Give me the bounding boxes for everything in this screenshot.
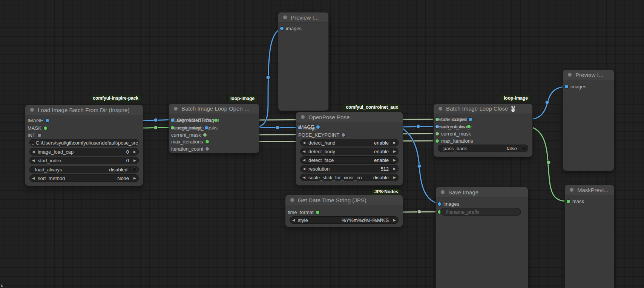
toggle-knob-icon[interactable] [521,146,526,151]
link-result-masks-to-mask-preview[interactable] [529,126,568,201]
link-openpose-image-to-loop-close[interactable] [399,125,437,128]
node-title-bar[interactable]: Batch Image Loop Close 🐰 [434,104,532,114]
node-get-date-time-string[interactable]: JPS-Nodes Get Date Time String (JPS) tim… [285,195,403,227]
next-option-arrow-icon[interactable]: ▶ [391,149,398,153]
node-preview-image-top[interactable]: Preview I... images [278,12,328,111]
widget-detect-hand[interactable]: ◀ detect_hand enable ▶ [300,139,399,146]
node-title-bar[interactable]: OpenPose Pose [296,112,403,122]
port-dot-int[interactable] [38,134,41,137]
widget-style[interactable]: ◀ style %Y%m%d%H%M%S ▶ [290,216,399,224]
widget-start-index[interactable]: ◀ start_index 0 ▶ [29,157,139,164]
port-dot[interactable] [205,147,209,151]
port-dot[interactable] [435,132,439,136]
port-dot[interactable] [469,118,472,121]
node-title-bar[interactable]: Load Image Batch From Dir (Inspire) [25,105,143,115]
node-load-image-batch-from-dir[interactable]: comfyui-inspire-pack Load Image Batch Fr… [25,105,143,186]
next-option-arrow-icon[interactable]: ▶ [391,141,398,145]
next-option-arrow-icon[interactable]: ▶ [391,158,398,162]
port-dot[interactable] [205,126,208,129]
node-openpose-pose[interactable]: comfyui_controlnet_aux OpenPose Pose ima… [296,112,403,185]
port-dot[interactable] [435,139,439,143]
link-reroute-dot[interactable] [416,125,420,128]
port-dot[interactable] [203,133,207,137]
link-reroute-dot[interactable] [154,118,158,122]
node-title-bar[interactable]: Save Image [436,187,528,197]
next-option-arrow-icon[interactable]: ▶ [391,176,398,179]
decrement-arrow-icon[interactable]: ◀ [30,176,37,180]
collapse-dot-icon[interactable] [441,190,445,194]
port-dot-mask[interactable] [44,126,47,130]
widget-sort-method[interactable]: ◀ sort_method None ▶ [29,174,139,182]
node-title-bar[interactable]: MaskPrevi... [565,185,614,195]
decrement-arrow-icon[interactable]: ◀ [30,159,37,162]
collapse-dot-icon[interactable] [570,188,573,192]
widget-image-load-cap[interactable]: ◀ image_load_cap 0 ▶ [29,148,139,156]
widget-load-always[interactable]: load_always disabled [29,166,139,173]
link-reroute-dot[interactable] [547,160,550,164]
prev-option-arrow-icon[interactable]: ◀ [301,158,308,162]
decrement-arrow-icon[interactable]: ◀ [30,150,37,154]
link-reroute-dot[interactable] [545,100,549,104]
port-dot[interactable] [467,125,471,128]
next-option-arrow-icon[interactable]: ▶ [391,218,398,222]
widget-value: 512 [380,166,389,172]
port-dot[interactable] [565,85,568,88]
port-dot[interactable] [316,211,319,214]
collapse-dot-icon[interactable] [301,115,305,119]
prev-option-arrow-icon[interactable]: ◀ [301,141,308,145]
increment-arrow-icon[interactable]: ▶ [131,150,138,154]
link-reroute-dot[interactable] [154,126,158,129]
prev-option-arrow-icon[interactable]: ◀ [290,218,297,222]
widget-filename-prefix[interactable]: filename_prefix [440,208,521,216]
port-label: images [570,84,586,89]
link-reroute-dot[interactable] [417,210,421,214]
link-result-images-to-preview[interactable] [529,86,566,119]
output-port-pose-keypoint: POSE_KEYPOINT [296,131,403,138]
port-dot[interactable] [214,119,218,122]
port-dot[interactable] [316,125,320,129]
node-batch-image-loop-open[interactable]: loop-image Batch Image Loop Open 🐰 ... s… [169,104,259,153]
widget-resolution[interactable]: ◀ resolution 512 ▶ [300,165,399,172]
decrement-arrow-icon[interactable]: ◀ [301,167,308,171]
link-reroute-dot[interactable] [266,75,270,79]
node-mask-preview[interactable]: MaskPrevi... mask [565,185,614,288]
port-dot[interactable] [280,27,284,30]
collapse-dot-icon[interactable] [174,107,178,111]
link-reroute-dot[interactable] [417,164,421,168]
widget-scale-stick-for-xinsr-cn[interactable]: ◀ scale_stick_for_xinsr_cn disable ▶ [300,174,399,181]
link-mask-to-segmented-masks[interactable] [140,126,172,129]
port-dot[interactable] [342,133,345,137]
link-time-format-to-filename[interactable] [399,210,439,214]
widget-name: pass_back [443,146,507,151]
node-graph-canvas[interactable]: comfyui-inspire-pack Load Image Batch Fr… [0,0,644,288]
prev-option-arrow-icon[interactable]: ◀ [301,176,308,179]
node-title-bar[interactable]: Batch Image Loop Open 🐰 ... [169,104,259,114]
increment-arrow-icon[interactable]: ▶ [131,176,138,180]
increment-arrow-icon[interactable]: ▶ [131,159,138,162]
node-title-bar[interactable]: Get Date Time String (JPS) [285,195,403,205]
node-title-bar[interactable]: Preview I... [563,70,614,80]
collapse-dot-icon[interactable] [439,107,442,111]
collapse-dot-icon[interactable] [283,15,287,19]
collapse-dot-icon[interactable] [568,73,572,77]
port-dot[interactable] [438,202,441,206]
node-title-bar[interactable]: Preview I... [278,12,328,23]
port-dot-image[interactable] [46,119,49,122]
widget-pass-back[interactable]: pass_back false [438,145,528,152]
port-dot[interactable] [567,200,570,203]
collapse-dot-icon[interactable] [30,108,34,112]
link-reroute-dot[interactable] [276,126,279,129]
node-save-image[interactable]: Save Image images filename_prefix [436,187,528,288]
increment-arrow-icon[interactable]: ▶ [391,167,398,171]
node-preview-image-right[interactable]: Preview I... images [563,70,614,171]
toggle-knob-icon[interactable] [132,167,137,172]
collapse-dot-icon[interactable] [290,198,294,202]
node-batch-image-loop-close[interactable]: loop-image Batch Image Loop Close 🐰 flow… [434,104,532,157]
port-dot[interactable] [205,140,209,143]
widget-detect-body[interactable]: ◀ detect_body enable ▶ [300,148,399,155]
link-image-to-segmented-images[interactable] [140,118,172,122]
prev-option-arrow-icon[interactable]: ◀ [301,149,308,153]
widget-detect-face[interactable]: ◀ detect_face enable ▶ [300,156,399,164]
widget-directory[interactable]: ... C:\Users\syui\git\comfyui\user\defau… [29,139,139,146]
link-current-image-to-preview[interactable] [256,28,282,128]
